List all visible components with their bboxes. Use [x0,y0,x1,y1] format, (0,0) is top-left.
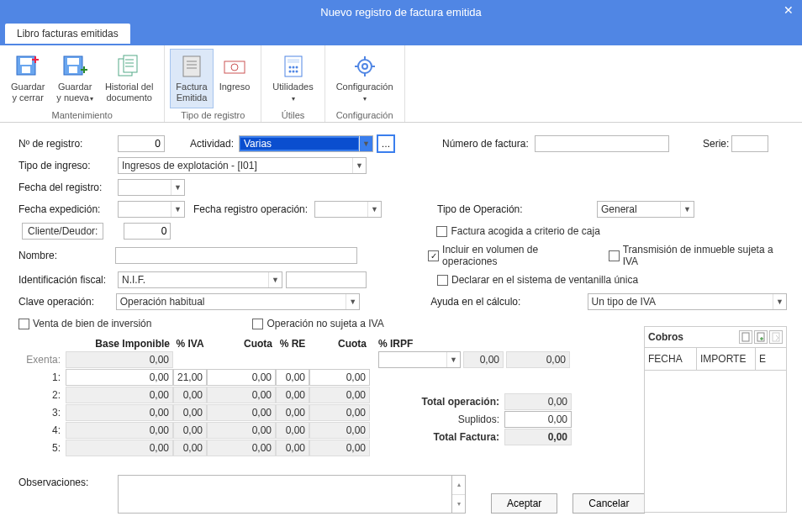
tax-cuota2[interactable]: 0,00 [309,404,370,421]
nombre-input[interactable] [115,247,358,264]
tax-cuota[interactable]: 0,00 [207,369,276,386]
tax-iva[interactable]: 0,00 [173,404,207,421]
historial-button[interactable]: Historial del documento [99,49,159,108]
cliente-input[interactable] [124,223,171,240]
irpf-cuota[interactable]: 0,00 [506,351,570,368]
cobros-col-fecha[interactable]: FECHA [645,348,697,370]
obs-scrollbar[interactable]: ▴ ▾ [452,475,466,514]
chk-transmision[interactable]: Transmisión de inmueble sujeta a IVA [609,244,787,267]
tax-base[interactable]: 0,00 [66,404,173,421]
chk-volumen[interactable]: ✓ Incluir en volumen de operaciones [428,244,592,267]
ribbon-group-title: Útiles [266,108,319,120]
ingreso-button[interactable]: Ingreso [214,49,256,108]
tipo-ingreso-combo[interactable]: Ingresos de explotación - [I01] ▼ [118,157,367,174]
svg-rect-2 [22,66,30,73]
exenta-base[interactable]: 0,00 [66,351,173,368]
aceptar-button[interactable]: Aceptar [491,493,557,514]
tipo-operacion-combo[interactable]: General ▼ [597,201,694,218]
doc-new-icon[interactable] [739,330,752,344]
ribbon-group-utiles: Utilidades▾ Útiles [261,45,324,122]
actividad-lookup-button[interactable]: … [377,134,395,153]
tab-libro-emitidas[interactable]: Libro facturas emitidas [5,24,130,44]
chevron-down-icon[interactable]: ▼ [171,180,184,195]
tax-iva[interactable]: 0,00 [173,422,207,439]
idfiscal-num-input[interactable] [286,271,367,288]
cliente-deudor-button[interactable]: Cliente/Deudor: [22,223,103,240]
tax-cuota2[interactable]: 0,00 [309,422,370,439]
svg-point-19 [288,66,291,69]
tax-re[interactable]: 0,00 [276,440,309,456]
chk-ventanilla[interactable]: Declarar en el sistema de ventanilla úni… [437,274,638,286]
cancelar-button[interactable]: Cancelar [572,493,645,514]
ribbon-group-title: Tipo de registro [170,108,256,120]
ribbon-group-configuracion: Configuración▾ Configuración [325,45,405,122]
fecha-reg-op-input[interactable]: ▼ [314,201,382,218]
numero-factura-input[interactable] [535,135,669,152]
n-registro-input[interactable] [118,135,165,152]
guardar-cerrar-button[interactable]: Guardar y cerrar [5,49,50,108]
tax-cuota[interactable]: 0,00 [207,404,276,421]
tax-cuota2[interactable]: 0,00 [309,369,370,386]
tax-base[interactable]: 0,00 [66,387,173,403]
close-icon[interactable]: ✕ [784,3,794,17]
serie-input[interactable] [731,135,768,152]
chevron-down-icon[interactable]: ▼ [773,294,786,309]
tax-base[interactable]: 0,00 [66,440,173,456]
chevron-down-icon[interactable]: ▼ [359,136,372,151]
cobros-col-importe[interactable]: IMPORTE [697,348,756,370]
fecha-exped-input[interactable]: ▼ [118,201,185,218]
doc-next-icon[interactable] [769,330,783,344]
chevron-down-icon[interactable]: ▼ [171,202,184,217]
tax-iva[interactable]: 21,00 [173,369,207,386]
factura-emitida-button[interactable]: Factura Emitida [170,49,213,108]
svg-point-24 [295,71,298,73]
suplidos-input[interactable]: 0,00 [504,411,572,428]
tax-iva[interactable]: 0,00 [173,387,207,403]
irpf-pct[interactable]: 0,00 [463,351,504,368]
obs-textarea[interactable] [118,475,452,514]
chevron-down-icon[interactable]: ▼ [268,272,282,287]
tax-cuota2[interactable]: 0,00 [309,440,370,456]
chevron-down-icon[interactable]: ▼ [367,202,381,217]
tax-cuota[interactable]: 0,00 [207,440,276,456]
cobros-col-e[interactable]: E [756,348,786,370]
actividad-combo[interactable]: Varias ▼ [239,135,373,152]
tax-row-num: 3: [18,407,66,419]
chevron-down-icon[interactable]: ▼ [680,202,694,217]
tax-base[interactable]: 0,00 [66,422,173,439]
chk-op-no-sujeta[interactable]: Operación no sujeta a IVA [252,318,383,329]
scroll-up-icon[interactable]: ▴ [452,476,465,495]
configuracion-button[interactable]: Configuración▾ [330,49,399,108]
chevron-down-icon[interactable]: ▼ [352,158,366,173]
chk-venta-inversion[interactable]: Venta de bien de inversión [18,318,151,329]
guardar-nueva-button[interactable]: Guardar y nueva▾ [50,49,99,108]
tax-re[interactable]: 0,00 [276,369,309,386]
utilidades-button[interactable]: Utilidades▾ [266,49,319,108]
scroll-down-icon[interactable]: ▾ [452,495,465,514]
hdr-cuota: Cuota [207,338,276,350]
fecha-registro-input[interactable]: ▼ [118,179,185,196]
ribbon-label: Configuración▾ [336,82,393,103]
tax-cuota2[interactable]: 0,00 [309,387,370,403]
checkbox-icon [437,275,448,286]
irpf-combo[interactable]: ▼ [378,351,461,368]
chevron-down-icon[interactable]: ▼ [346,294,359,309]
svg-rect-4 [67,58,79,65]
exenta-label: Exenta: [18,354,66,366]
chk-factura-caja[interactable]: Factura acogida a criterio de caja [436,225,599,237]
idfiscal-combo[interactable]: N.I.F. ▼ [118,271,282,288]
ayuda-calc-combo[interactable]: Un tipo de IVA ▼ [588,293,787,310]
checkbox-icon [609,250,620,261]
tax-iva[interactable]: 0,00 [173,440,207,456]
tax-re[interactable]: 0,00 [276,422,309,439]
doc-add-icon[interactable] [754,330,768,344]
ribbon-label: Ingreso [219,82,251,92]
tax-cuota[interactable]: 0,00 [207,387,276,403]
chevron-down-icon[interactable]: ▼ [446,352,460,367]
tax-re[interactable]: 0,00 [276,387,309,403]
tax-cuota[interactable]: 0,00 [207,422,276,439]
tipo-operacion-label: Tipo de Operación: [437,203,597,215]
clave-op-combo[interactable]: Operación habitual ▼ [116,293,360,310]
tax-base[interactable]: 0,00 [66,369,173,386]
tax-re[interactable]: 0,00 [276,404,309,421]
